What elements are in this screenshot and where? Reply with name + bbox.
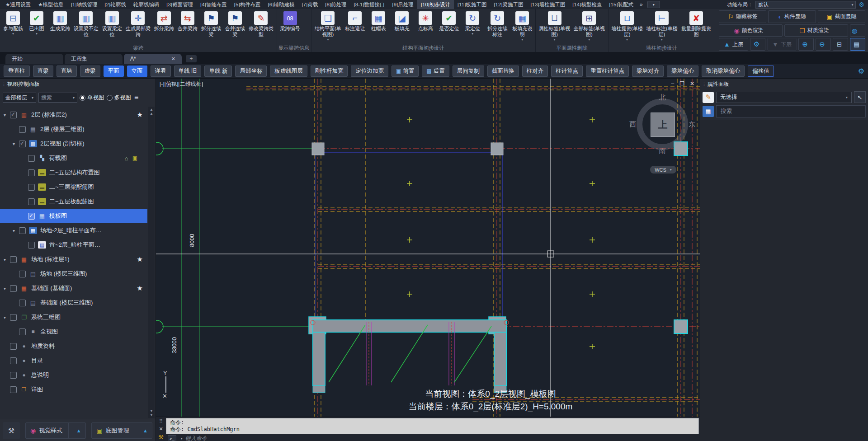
menu-item[interactable]: [13]墙柱施工图 bbox=[527, 0, 569, 9]
toolbar-button[interactable]: 偏移值 bbox=[748, 66, 774, 77]
toolbar-button[interactable]: 柱对齐 bbox=[522, 66, 548, 77]
collapse-up-icon[interactable]: ▲ bbox=[138, 428, 152, 433]
menu-item[interactable]: [11]板施工图 bbox=[454, 0, 490, 9]
scroll-up-icon[interactable]: ▲ bbox=[150, 112, 153, 116]
toolbar-button[interactable]: 刚性杆加宽 bbox=[311, 66, 348, 77]
radio-multi-view[interactable]: 多视图 bbox=[107, 94, 132, 102]
quick-button[interactable]: ⊖ bbox=[816, 38, 831, 51]
search-input[interactable]: 搜索▾ bbox=[38, 93, 77, 103]
menu-item[interactable]: [15]装配式 bbox=[605, 0, 637, 9]
toolbar-button[interactable]: 平面 bbox=[104, 66, 124, 77]
tree-row[interactable]: ▬ 二~五层板配筋图 ⌂ ▣ ★ bbox=[0, 194, 147, 209]
visual-style-button[interactable]: ◉ 视觉样式 ▲ bbox=[25, 422, 86, 439]
ribbon-button[interactable]: ✛ 生成局部梁跨 bbox=[124, 10, 152, 38]
tree-expand-arrow[interactable] bbox=[4, 113, 10, 117]
properties-search-input[interactable]: 搜索 bbox=[716, 105, 866, 117]
menu-item[interactable]: [2]轮廓线 bbox=[101, 0, 129, 9]
tree-checkbox[interactable] bbox=[10, 112, 17, 118]
toolbar-button[interactable]: 层间复制 bbox=[453, 66, 484, 77]
tree-checkbox[interactable] bbox=[10, 314, 17, 321]
toolbar-button[interactable]: ▣ 前置 bbox=[392, 66, 419, 77]
tree-checkbox[interactable] bbox=[10, 386, 17, 393]
tab-drawing-a[interactable]: A* ✕ bbox=[124, 54, 182, 64]
wrench-icon[interactable]: ⚒ bbox=[158, 434, 164, 441]
ribbon-button[interactable]: ▥ 设置梁定位 bbox=[100, 10, 124, 38]
quick-button[interactable]: ◍ bbox=[850, 24, 865, 37]
toolbar-button[interactable]: 板虚线图层 bbox=[270, 66, 307, 77]
tree-checkbox[interactable] bbox=[28, 198, 35, 205]
tree-checkbox[interactable] bbox=[10, 285, 17, 292]
tree-row[interactable]: ▬ 二~五层结构布置图 ⌂ ▣ ★ bbox=[0, 165, 147, 180]
tree-checkbox[interactable] bbox=[19, 328, 26, 335]
ribbon-button[interactable]: ▦ 板填充说明 bbox=[510, 10, 534, 42]
chevrons-right-icon[interactable]: » bbox=[637, 1, 646, 8]
ribbon-button[interactable]: ▥ 生成梁跨 bbox=[48, 10, 72, 32]
compass-north-label[interactable]: 北 bbox=[628, 93, 696, 102]
toolbar-button[interactable]: 虚梁 bbox=[80, 66, 100, 77]
toolbar-button[interactable]: 详看 bbox=[151, 66, 171, 77]
toolbar-button[interactable]: 单线 旧 bbox=[174, 66, 202, 77]
menu-item[interactable]: [7]荷载 bbox=[298, 0, 321, 9]
radio-single-view[interactable]: 单视图 bbox=[80, 94, 104, 102]
wcs-selector[interactable]: WCS▾ bbox=[650, 166, 676, 174]
grid-view-icon[interactable]: ▦ bbox=[703, 106, 714, 117]
new-tab-button[interactable]: + bbox=[186, 55, 197, 62]
scroll-down-icon[interactable]: ▼ bbox=[150, 413, 153, 417]
hamburger-menu-icon[interactable]: ≡ bbox=[134, 94, 138, 102]
menu-item[interactable]: ★模型信息 bbox=[34, 0, 67, 9]
ribbon-button[interactable]: ⊢ 墙柱标注(单楼层) bbox=[644, 10, 679, 42]
chevron-down-icon[interactable]: ▾ bbox=[181, 436, 183, 441]
ribbon-button[interactable]: ✔ 是否定位 bbox=[437, 10, 461, 32]
tree-row[interactable]: ▤ 场地 (楼层三维图) ⌂ ▣ ★ bbox=[0, 267, 147, 281]
tools-button[interactable]: ⚒ bbox=[3, 422, 20, 439]
scroll-up-icon[interactable]: ▲ bbox=[150, 108, 153, 112]
tree-expand-arrow[interactable] bbox=[4, 315, 10, 320]
menu-item[interactable]: [10]初步设计 bbox=[417, 0, 454, 9]
quick-button[interactable]: ▲ 上层 bbox=[719, 38, 748, 51]
ribbon-button[interactable]: ⚑ 合并连续梁 bbox=[223, 10, 247, 38]
viewport-label[interactable]: [-][俯视][二维线框] bbox=[160, 80, 203, 88]
tree-row[interactable]: ▤ 2层 (楼层三维图) ⌂ ▣ ★ bbox=[0, 122, 147, 136]
tree-checkbox[interactable] bbox=[28, 155, 35, 162]
menu-item[interactable]: [8]前处理 bbox=[321, 0, 350, 9]
ribbon-button[interactable]: ▦ 柱帽表 bbox=[367, 10, 390, 32]
toolbar-button[interactable]: ▩ 后置 bbox=[422, 66, 449, 77]
tree-checkbox[interactable] bbox=[28, 242, 35, 249]
tree-scrollbar[interactable]: ▲ ▲ ▼ ▼ bbox=[148, 107, 155, 418]
tree-checkbox[interactable] bbox=[28, 213, 35, 220]
tree-row[interactable]: ● 目录 ⌂ ▣ ★ bbox=[0, 353, 147, 368]
compass-east-label[interactable]: 东 bbox=[689, 120, 695, 129]
tree-checkbox[interactable] bbox=[28, 184, 35, 191]
menu-item[interactable]: [3]截面管理 bbox=[163, 0, 197, 9]
command-input[interactable]: 键入命令 bbox=[185, 435, 207, 441]
ribbon-button[interactable]: ⇆ 合并梁跨 bbox=[176, 10, 199, 32]
tree-row[interactable]: ▚ 荷载图 ⌂ ▣ ★ bbox=[0, 151, 147, 165]
ribbon-button[interactable]: ⚑ 拆分连续梁 bbox=[199, 10, 223, 38]
ribbon-button[interactable]: ⊞ 全部标签(单视图) bbox=[572, 10, 607, 42]
menu-item[interactable]: [4]智能布置 bbox=[197, 0, 231, 9]
compass-west-label[interactable]: 西 bbox=[629, 120, 636, 129]
tree-row[interactable]: ▦ 基础面 (基础面) ⌂ ▣ ★ bbox=[0, 281, 147, 296]
menu-item[interactable]: [12]梁施工图 bbox=[490, 0, 527, 9]
tree-row[interactable]: ▦ 场地-2层_暗柱平面布… ⌂ ▣ ★ bbox=[0, 223, 147, 238]
command-history[interactable]: 命令:命令: CmdSlabHatchMgrn bbox=[166, 418, 699, 434]
tree-row[interactable]: ● 地质资料 ⌂ ▣ ★ bbox=[0, 339, 147, 353]
toolbar-button[interactable]: 垂直柱 bbox=[4, 66, 30, 77]
ribbon-button[interactable]: ✎ 修改梁跨类型 bbox=[247, 10, 275, 38]
menu-item[interactable]: [1]轴线管理 bbox=[67, 0, 101, 9]
drawing-viewport[interactable]: 8000 33000 [-][俯视][二维线框] – ❐ ✕ 上 北 南 西 东… bbox=[156, 79, 700, 417]
quick-button[interactable]: ▣ 截面显隐 bbox=[818, 10, 865, 23]
command-prompt-icon[interactable]: >_ bbox=[168, 435, 176, 441]
command-input-row[interactable]: >_ ▾ 键入命令 bbox=[166, 434, 699, 441]
ribbon-button[interactable]: ↻ 拆分连续标注 bbox=[484, 10, 510, 38]
tab-start[interactable]: 开始 bbox=[5, 54, 63, 64]
tree-expand-arrow[interactable] bbox=[13, 228, 19, 233]
quick-button[interactable]: ⊟ bbox=[833, 38, 848, 51]
tree-row[interactable]: ▦ 场地 (标准层1) ⌂ ▣ ★ bbox=[0, 252, 147, 267]
menu-item[interactable]: ★通用设置 bbox=[2, 0, 34, 9]
menu-item[interactable]: [14]模型检查 bbox=[569, 0, 605, 9]
view-cube-compass[interactable]: 上 北 南 西 东 bbox=[628, 90, 696, 158]
quick-button[interactable]: ⊕ bbox=[798, 38, 814, 51]
ribbon-button[interactable]: 凵 属性标签(单视图) bbox=[537, 10, 572, 42]
tree-row[interactable]: ▤ 基础面 (楼层三维图) ⌂ ▣ ★ bbox=[0, 296, 147, 310]
